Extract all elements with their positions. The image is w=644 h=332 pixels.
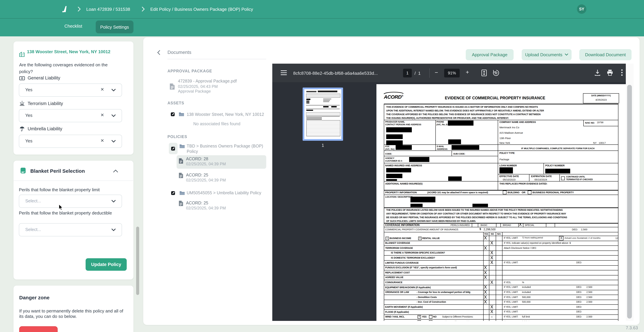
chevron-down-icon[interactable] xyxy=(112,200,116,203)
ded-value: 2,500 xyxy=(586,320,592,321)
rotate-icon[interactable] xyxy=(493,69,500,76)
upload-documents-button-label: Upload Documents xyxy=(525,52,562,57)
download-icon[interactable] xyxy=(594,69,600,76)
documents-divider xyxy=(168,59,266,59)
edit-pencil-icon[interactable] xyxy=(171,146,176,151)
breadcrumb-loan[interactable]: Loan 472839 / 531538 xyxy=(86,7,130,12)
ded-label: DED: xyxy=(576,301,582,303)
pdf-page: ACORD® EVIDENCE OF COMMERCIAL PROPERTY I… xyxy=(376,84,626,321)
fit-page-icon[interactable] xyxy=(481,69,487,76)
grid-line xyxy=(483,232,484,321)
coverage-row-label: ORDINANCE OR LAW xyxy=(385,291,409,293)
acord-coverage-table: YESNON/AxBUSINESS INCOMEXRENTAL VALUEXIf… xyxy=(384,232,618,321)
acord-coverage-info-row: COVERAGE INFORMATION PERILS INSURED BASI… xyxy=(384,223,618,227)
zoom-in-button[interactable]: + xyxy=(466,69,469,76)
folder-icon xyxy=(179,191,185,195)
col-header-na: N/A xyxy=(496,233,502,235)
coverage-row-label: REPLACEMENT COST xyxy=(385,271,410,274)
more-options-icon[interactable] xyxy=(621,69,623,76)
grid-line xyxy=(384,314,618,315)
ded-label: DED: xyxy=(576,320,582,321)
label-checkbox xyxy=(429,315,432,319)
file-icon xyxy=(170,83,175,90)
select-umbrella-liability-value: Yes xyxy=(25,138,32,143)
chevron-down-icon[interactable] xyxy=(112,89,116,92)
grid-line xyxy=(384,265,618,266)
mark-yes: X xyxy=(484,235,487,241)
left-panel-scrollbar[interactable] xyxy=(136,227,139,295)
select-blanket-deductible[interactable]: Select... xyxy=(19,223,122,236)
approval-package-button[interactable]: Approval Package xyxy=(466,49,514,60)
pdf-filename: 8cfc8708-88e2-45db-bf68-a6a4aa6e533d... xyxy=(293,71,378,76)
file-icon xyxy=(178,200,183,206)
edit-pencil-icon[interactable] xyxy=(170,112,175,116)
delete-policy-button[interactable] xyxy=(19,326,58,332)
zoom-level[interactable]: 91% xyxy=(444,69,460,77)
acord-commercial-row: COMMERCIAL PROPERTY COVERAGE AMOUNT OF I… xyxy=(384,227,618,232)
grid-line xyxy=(384,270,618,270)
update-policy-button[interactable]: Update Policy xyxy=(86,258,127,271)
building-icon xyxy=(19,51,24,57)
grid-line xyxy=(384,305,618,305)
grid-line xyxy=(384,241,618,241)
tab-policy-settings[interactable]: Policy Settings xyxy=(96,20,134,33)
right-value: 72 hours waiting period xyxy=(522,237,543,239)
policy-group-title[interactable]: UM50545055 > Umbrella Liability Policy xyxy=(187,191,268,195)
sidebar-toggle-icon[interactable] xyxy=(280,70,287,75)
select-blanket-limit[interactable]: Select... xyxy=(19,195,122,208)
coverage-row-label: IS THERE A TERRORISM-SPECIFIC EXCLUSION? xyxy=(391,252,445,254)
policy-file-name[interactable]: ACORD: 25 xyxy=(186,173,208,177)
right-label: If YES, LIMIT: xyxy=(504,311,518,313)
mark-yes: X xyxy=(484,289,487,295)
select-terrorism-liability[interactable]: Yes ✕ xyxy=(19,109,122,122)
coverage-row-label: - Incr. Cost of Construction xyxy=(416,301,446,303)
cash-icon xyxy=(19,76,25,81)
ded-label: DED: xyxy=(576,316,582,318)
right-value: 500,000 xyxy=(522,296,530,298)
policy-file-name: ACORD: 28 xyxy=(186,157,208,161)
edit-pencil-icon[interactable] xyxy=(171,191,176,195)
upload-documents-button[interactable]: Upload Documents xyxy=(522,49,572,60)
acord-property-row: PROPERTY INFORMATION (ACORD 101 may be a… xyxy=(384,190,618,195)
print-icon[interactable] xyxy=(606,69,613,76)
policy-group-title[interactable]: TBD > Business Owners Package (BOP) Poli… xyxy=(187,144,264,154)
page-thumbnail[interactable] xyxy=(302,87,343,141)
policy-file-name[interactable]: ACORD: 25 xyxy=(186,201,208,205)
chevron-down-icon[interactable] xyxy=(112,229,116,231)
app-logo-icon[interactable] xyxy=(61,5,69,13)
chevron-down-icon[interactable] xyxy=(112,140,116,143)
danger-zone-title: Danger zone xyxy=(19,295,50,300)
approval-package-button-label: Approval Package xyxy=(472,52,507,57)
asset-folder-name[interactable]: 138 Wooster Street, New York, NY 10012 xyxy=(187,112,264,117)
policy-file-date: 02/25/2025, 04:39 PM xyxy=(186,178,226,183)
coverages-question: Are the following coverages evidenced on… xyxy=(19,62,119,75)
back-chevron-icon[interactable] xyxy=(157,50,160,55)
select-umbrella-liability[interactable]: Yes ✕ xyxy=(19,135,122,148)
pdf-scrollbar-thumb[interactable] xyxy=(627,85,632,319)
download-document-button[interactable]: Download Document xyxy=(579,49,632,60)
zoom-out-button[interactable]: − xyxy=(435,69,438,76)
coverage-row-label: Subject to Different Provisions: xyxy=(442,320,473,321)
clear-icon[interactable]: ✕ xyxy=(100,87,104,92)
redaction-bar xyxy=(472,204,488,207)
collapse-chevron-up-icon[interactable] xyxy=(113,169,118,172)
redaction-bar xyxy=(386,174,402,178)
clear-icon[interactable]: ✕ xyxy=(100,112,104,117)
chevron-down-icon[interactable] xyxy=(112,114,116,117)
redaction-bar xyxy=(409,157,429,162)
redaction-bar xyxy=(386,168,411,172)
breadcrumb-chevron-icon xyxy=(78,6,81,12)
acord-logo: ACORD® xyxy=(384,94,404,94)
asset-address-link[interactable]: 138 Wooster Street, New York, NY 10012 xyxy=(27,49,128,54)
approval-file-name[interactable]: 472839 - Approval Package.pdf xyxy=(178,79,237,83)
tab-checklist[interactable]: Checklist xyxy=(61,23,86,31)
page-number-input[interactable]: 1 xyxy=(403,69,412,77)
select-general-liability[interactable]: Yes ✕ xyxy=(19,83,122,97)
grid-line xyxy=(502,232,502,321)
grid-line xyxy=(496,232,496,321)
avatar[interactable]: SY xyxy=(577,4,586,14)
mark-yes: X xyxy=(484,275,487,280)
select-blanket-limit-placeholder: Select... xyxy=(25,198,41,203)
card-divider xyxy=(13,180,133,181)
clear-icon[interactable]: ✕ xyxy=(100,138,104,143)
